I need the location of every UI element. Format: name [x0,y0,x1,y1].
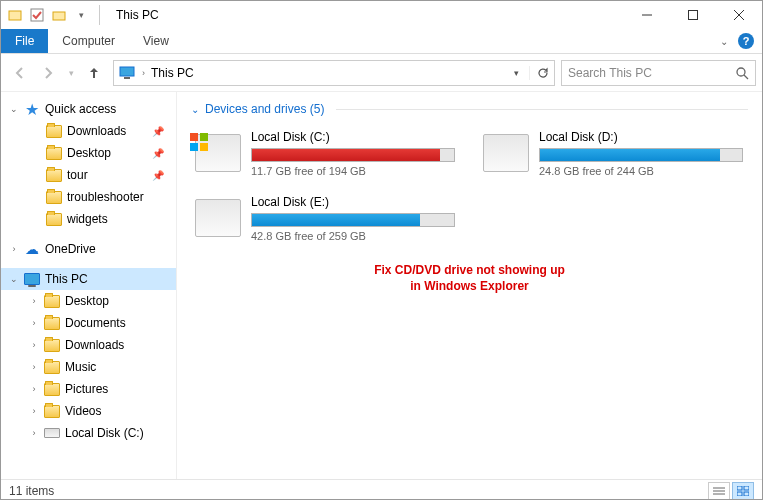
sidebar-quick-access[interactable]: ⌄ ★ Quick access [1,98,176,120]
drive-usage-bar [251,148,455,162]
sidebar-item-music[interactable]: › Music [1,356,176,378]
search-input[interactable] [568,66,735,80]
breadcrumb-chevron-icon[interactable]: › [142,68,145,78]
svg-point-9 [737,68,745,76]
details-view-button[interactable] [708,482,730,500]
sidebar-item-label: Documents [65,316,126,330]
sidebar-item-desktop[interactable]: Desktop 📌 [1,142,176,164]
qat-dropdown-icon[interactable]: ▾ [73,7,89,23]
sidebar-label: Quick access [45,102,116,116]
expand-icon[interactable]: › [29,340,39,350]
svg-rect-14 [737,486,742,490]
expand-icon[interactable]: › [29,406,39,416]
svg-rect-0 [9,11,21,20]
folder-icon [43,380,61,398]
group-header-devices[interactable]: ⌄ Devices and drives (5) [191,102,748,116]
sidebar[interactable]: ⌄ ★ Quick access Downloads 📌 Desktop 📌 t… [1,92,177,479]
expand-icon[interactable]: › [9,244,19,254]
folder-icon [43,402,61,420]
sidebar-item-troubleshooter[interactable]: troubleshooter [1,186,176,208]
drive-icon [195,199,241,237]
sidebar-item-label: Videos [65,404,101,418]
drive-usage-bar [251,213,455,227]
sidebar-onedrive[interactable]: › ☁ OneDrive [1,238,176,260]
expand-icon[interactable]: › [29,428,39,438]
address-history-dropdown-icon[interactable]: ▾ [514,68,519,78]
sidebar-item-tour[interactable]: tour 📌 [1,164,176,186]
recent-dropdown-icon[interactable]: ▾ [63,59,79,87]
status-bar: 11 items [1,479,762,500]
folder-icon [43,358,61,376]
drive-item[interactable]: Local Disk (E:)42.8 GB free of 259 GB [191,191,459,246]
drive-usage-bar [539,148,743,162]
expand-icon[interactable]: ⌄ [9,274,19,284]
tab-computer[interactable]: Computer [48,29,129,53]
search-box[interactable] [561,60,756,86]
svg-line-10 [744,75,748,79]
group-title: Devices and drives (5) [205,102,324,116]
sidebar-item-videos[interactable]: › Videos [1,400,176,422]
file-tab[interactable]: File [1,29,48,53]
sidebar-item-downloads[interactable]: Downloads 📌 [1,120,176,142]
svg-rect-7 [120,67,134,76]
maximize-button[interactable] [670,1,716,29]
minimize-button[interactable] [624,1,670,29]
sidebar-item-documents[interactable]: › Documents [1,312,176,334]
refresh-button[interactable] [529,66,550,80]
forward-button[interactable] [35,59,61,87]
pc-icon [118,64,136,82]
sidebar-item-label: Downloads [67,124,126,138]
address-input[interactable]: › This PC ▾ [113,60,555,86]
expand-icon[interactable]: › [29,362,39,372]
svg-rect-17 [744,492,749,496]
sidebar-item-label: Desktop [65,294,109,308]
svg-rect-4 [689,11,698,20]
address-bar: ▾ › This PC ▾ [1,54,762,92]
ribbon: File Computer View ⌄ ? [1,29,762,54]
sidebar-item-local-disk-c[interactable]: › Local Disk (C:) [1,422,176,444]
up-button[interactable] [81,59,107,87]
drive-free-text: 24.8 GB free of 244 GB [539,165,743,177]
chevron-down-icon: ⌄ [191,104,199,115]
breadcrumb[interactable]: This PC [151,66,194,80]
sidebar-label: OneDrive [45,242,96,256]
group-divider [336,109,748,110]
overlay-line: in Windows Explorer [177,278,762,294]
titlebar: ▾ This PC [1,1,762,29]
sidebar-item-label: Music [65,360,96,374]
tab-view[interactable]: View [129,29,183,53]
sidebar-item-label: widgets [67,212,108,226]
sidebar-item-downloads-pc[interactable]: › Downloads [1,334,176,356]
status-text: 11 items [9,484,54,498]
folder-icon [45,122,63,140]
sidebar-this-pc[interactable]: ⌄ This PC [1,268,176,290]
drive-item[interactable]: Local Disk (C:)11.7 GB free of 194 GB [191,126,459,181]
tiles-view-button[interactable] [732,482,754,500]
sidebar-item-pictures[interactable]: › Pictures [1,378,176,400]
svg-rect-1 [31,9,43,21]
sidebar-item-widgets[interactable]: widgets [1,208,176,230]
qat-properties-icon[interactable] [29,7,45,23]
folder-icon [43,336,61,354]
content-pane[interactable]: ⌄ Devices and drives (5) Local Disk (C:)… [177,92,762,479]
cloud-icon: ☁ [23,240,41,258]
folder-icon [43,292,61,310]
svg-rect-15 [744,486,749,490]
expand-ribbon-icon[interactable]: ⌄ [720,36,728,47]
search-icon[interactable] [735,66,749,80]
drive-icon [195,134,241,172]
drive-item[interactable]: Local Disk (D:)24.8 GB free of 244 GB [479,126,747,181]
expand-icon[interactable]: ⌄ [9,104,19,114]
qat-new-folder-icon[interactable] [51,7,67,23]
sidebar-item-desktop-pc[interactable]: › Desktop [1,290,176,312]
expand-icon[interactable]: › [29,318,39,328]
help-icon[interactable]: ? [738,33,754,49]
drive-free-text: 11.7 GB free of 194 GB [251,165,455,177]
expand-icon[interactable]: › [29,384,39,394]
sidebar-item-label: Pictures [65,382,108,396]
close-button[interactable] [716,1,762,29]
back-button[interactable] [7,59,33,87]
expand-icon[interactable]: › [29,296,39,306]
star-icon: ★ [23,100,41,118]
drive-icon [483,134,529,172]
